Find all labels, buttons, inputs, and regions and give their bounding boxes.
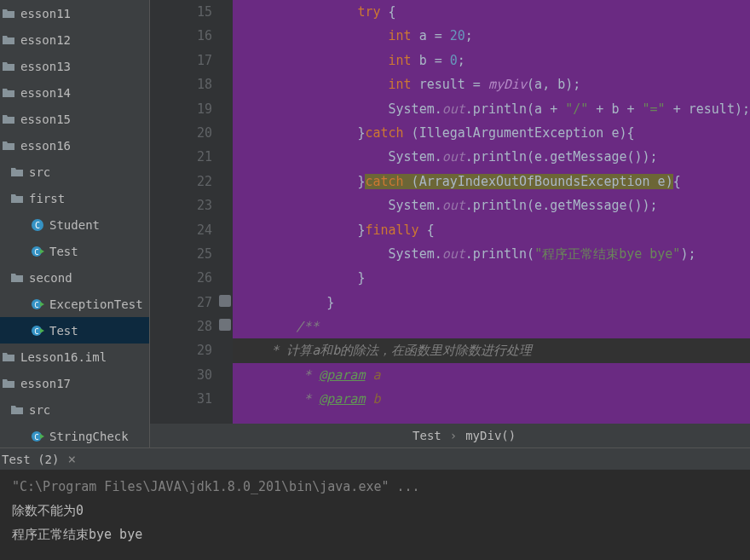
code-editor[interactable]: 1516171819202122232425262728293031 try {… [150,0,750,424]
code-line[interactable]: /** [233,315,750,338]
code-line[interactable]: System.out.println("程序正常结束bye bye"); [233,242,750,266]
code-line[interactable]: int a = 20; [233,24,750,48]
line-gutter: 1516171819202122232425262728293031 [150,0,233,424]
tree-item-esson16[interactable]: esson16 [0,132,149,159]
line-number: 15 [150,0,212,24]
tree-item-label: esson15 [20,113,71,126]
code-line[interactable]: * 计算a和b的除法，在函数里对除数进行处理 [233,338,750,362]
tree-item-first[interactable]: first [0,185,149,211]
code-line[interactable]: int result = myDiv(a, b); [233,72,750,96]
breadcrumb-item[interactable]: Test [412,429,441,442]
tree-item-label: src [29,165,50,179]
line-number: 17 [150,49,212,72]
code-line[interactable]: } [233,291,750,315]
tree-item-label: esson17 [20,377,71,390]
tree-item-stringcheck[interactable]: CStringCheck [0,423,149,447]
line-number: 16 [150,24,212,48]
line-number: 28 [150,315,212,338]
svg-text:C: C [34,327,38,336]
fold-marker[interactable] [219,319,231,331]
line-number: 25 [150,242,212,266]
tree-item-label: Test [49,324,78,338]
project-tree[interactable]: esson11esson12esson13esson14esson15esson… [0,0,150,447]
tree-item-label: esson12 [20,33,71,47]
tree-item-label: src [29,403,50,417]
tree-item-label: esson16 [20,139,71,153]
breadcrumb-item[interactable]: myDiv() [465,429,516,442]
code-line[interactable]: System.out.println(a + "/" + b + "=" + r… [233,97,750,121]
tree-item-esson11[interactable]: esson11 [0,0,149,26]
console-tab[interactable]: Test (2) × [0,447,750,470]
tree-item-src[interactable]: src [0,159,149,185]
tree-item-label: esson11 [20,7,71,20]
tree-item-label: Lesson16.iml [20,350,107,364]
tree-item-label: first [29,192,65,205]
close-icon[interactable]: × [67,451,76,467]
tree-item-esson12[interactable]: esson12 [0,26,149,53]
console-line: 程序正常结束bye bye [12,522,738,546]
svg-text:C: C [34,301,38,309]
fold-marker[interactable] [219,295,231,307]
code-line[interactable]: * @param a [233,363,750,387]
tree-item-test[interactable]: CTest [0,317,149,344]
tree-item-label: Test [49,245,78,258]
code-line[interactable]: * @param b [233,387,750,411]
tree-item-label: esson13 [20,60,71,73]
line-number: 30 [150,363,212,387]
tree-item-student[interactable]: CStudent [0,211,149,238]
code-line[interactable]: }catch (IllegalArgumentException e){ [233,121,750,145]
line-number: 21 [150,145,212,169]
console-line: 除数不能为0 [12,499,738,522]
tree-item-test[interactable]: CTest [0,238,149,264]
line-number: 23 [150,193,212,217]
tree-item-label: Student [49,218,100,232]
line-number: 31 [150,387,212,411]
svg-text:C: C [35,221,40,230]
line-number: 29 [150,338,212,362]
tree-item-exceptiontest[interactable]: CExceptionTest [0,291,149,317]
code-line[interactable]: }finally { [233,218,750,242]
breadcrumb[interactable]: Test › myDiv() [150,424,750,447]
tree-item-esson14[interactable]: esson14 [0,79,149,106]
console-line: "C:\Program Files\JAVA\jdk1.8.0_201\bin\… [12,475,738,499]
tree-item-label: StringCheck [49,430,129,443]
code-line[interactable]: }catch (ArrayIndexOutOfBoundsException e… [233,170,750,193]
tree-item-esson13[interactable]: esson13 [0,53,149,79]
code-line[interactable]: System.out.println(e.getMessage()); [233,145,750,169]
breadcrumb-separator: › [450,429,457,442]
line-number: 22 [150,170,212,193]
code-line[interactable]: int b = 0; [233,49,750,72]
code-line[interactable]: try { [233,0,750,24]
tree-item-src[interactable]: src [0,396,149,423]
tree-item-label: ExceptionTest [49,297,143,311]
svg-text:C: C [34,248,38,257]
line-number: 24 [150,218,212,242]
code-area[interactable]: try { int a = 20; int b = 0; int result … [233,0,750,424]
line-number: 18 [150,72,212,96]
tree-item-label: esson14 [20,86,71,100]
svg-text:C: C [34,433,38,442]
line-number: 19 [150,97,212,121]
tree-item-esson15[interactable]: esson15 [0,106,149,132]
code-line[interactable]: } [233,266,750,290]
console-tab-label: Test (2) [2,453,59,466]
tree-item-second[interactable]: second [0,264,149,291]
line-number: 20 [150,121,212,145]
line-number: 26 [150,266,212,290]
tree-item-esson17[interactable]: esson17 [0,370,149,396]
console-output[interactable]: "C:\Program Files\JAVA\jdk1.8.0_201\bin\… [0,470,750,560]
code-line[interactable]: System.out.println(e.getMessage()); [233,193,750,217]
tree-item-label: second [29,271,72,285]
tree-item-lesson16.iml[interactable]: Lesson16.iml [0,344,149,370]
line-number: 27 [150,291,212,315]
